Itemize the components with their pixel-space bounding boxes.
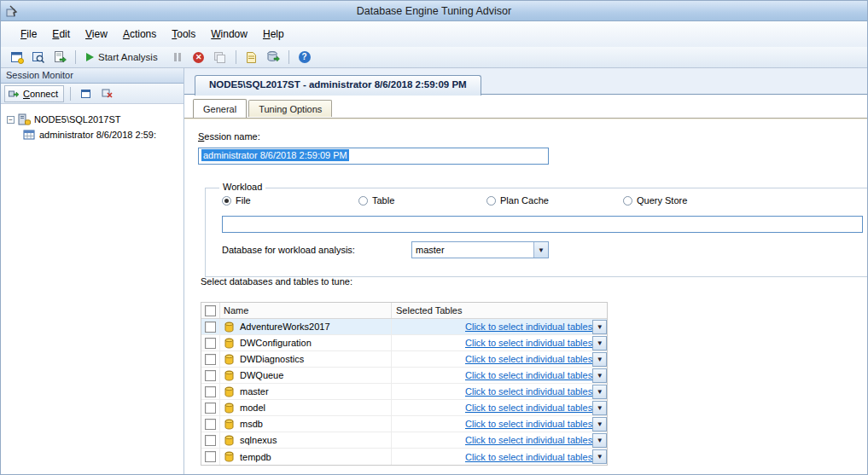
table-row[interactable]: master Click to select individual tables… (201, 384, 607, 400)
select-tables-link[interactable]: Click to select individual tables (465, 403, 592, 413)
database-icon (224, 451, 235, 462)
column-header-selected-tables[interactable]: Selected Tables (392, 303, 607, 318)
chevron-down-icon[interactable]: ▼ (533, 242, 548, 258)
select-tables-link[interactable]: Click to select individual tables (465, 338, 592, 348)
workload-database-value: master (412, 245, 533, 255)
radio-file-icon (222, 196, 231, 206)
tree-node-session[interactable]: administrator 8/6/2018 2:59: (1, 127, 184, 142)
toolbar-separator (70, 87, 71, 101)
tab-strip: General Tuning Options (193, 100, 334, 118)
table-header-row: Name Selected Tables (201, 303, 607, 319)
import-options-icon (245, 51, 258, 64)
menu-file[interactable]: File (13, 26, 44, 43)
select-tables-link[interactable]: Click to select individual tables (465, 370, 592, 380)
table-row[interactable]: DWConfiguration Click to select individu… (201, 335, 607, 351)
database-name: master (240, 386, 269, 397)
row-checkbox[interactable] (205, 419, 216, 430)
open-session-button[interactable] (29, 49, 48, 66)
tables-dropdown-button[interactable]: ▼ (592, 368, 607, 383)
select-tables-link[interactable]: Click to select individual tables (465, 354, 592, 364)
table-row[interactable]: tempdb Click to select individual tables… (201, 449, 607, 465)
row-checkbox[interactable] (205, 435, 216, 446)
table-row[interactable]: model Click to select individual tables▼ (201, 400, 607, 416)
menu-help[interactable]: Help (255, 26, 292, 43)
tables-dropdown-button[interactable]: ▼ (592, 449, 607, 464)
tables-dropdown-button[interactable]: ▼ (592, 336, 607, 350)
delete-session-button[interactable] (98, 85, 117, 102)
menu-view[interactable]: View (78, 26, 115, 43)
table-row[interactable]: AdventureWorks2017 Click to select indiv… (201, 319, 607, 335)
table-row[interactable]: DWQueue Click to select individual table… (201, 368, 607, 384)
select-tables-link[interactable]: Click to select individual tables (465, 321, 592, 332)
row-checkbox[interactable] (205, 403, 216, 414)
pause-icon (172, 52, 183, 62)
database-name: DWQueue (240, 370, 283, 380)
tree-node-server[interactable]: − NODE5\SQL2017ST (1, 112, 184, 127)
export-session-button[interactable] (50, 49, 69, 66)
row-checkbox[interactable] (205, 451, 216, 462)
table-row[interactable]: DWDiagnostics Click to select individual… (201, 351, 607, 368)
menu-tools[interactable]: Tools (164, 26, 203, 43)
tab-general[interactable]: General (193, 99, 247, 118)
open-session-icon (32, 50, 45, 64)
radio-table-icon (358, 196, 368, 206)
menu-window[interactable]: Window (203, 26, 255, 43)
session-name-label: Session name: (198, 131, 260, 142)
database-icon (224, 435, 235, 446)
main-toolbar: Start Analysis ✕ ? (1, 47, 867, 68)
tables-dropdown-button[interactable]: ▼ (592, 417, 607, 432)
document-tab[interactable]: NODE5\SQL2017ST - administrator 8/6/2018… (195, 75, 481, 96)
server-icon (18, 113, 31, 125)
row-checkbox[interactable] (205, 354, 216, 365)
radio-file[interactable]: File (222, 195, 251, 206)
table-row[interactable]: msdb Click to select individual tables▼ (201, 416, 607, 432)
radio-table[interactable]: Table (358, 195, 394, 206)
session-tree: − NODE5\SQL2017ST administrator 8/6/2018… (1, 104, 184, 142)
row-checkbox[interactable] (205, 338, 216, 349)
connect-label: Connect (23, 89, 58, 99)
radio-query-store[interactable]: Query Store (623, 195, 687, 206)
general-tab-panel: Session name: administrator 8/6/2018 2:5… (184, 118, 867, 474)
menu-actions[interactable]: Actions (115, 26, 164, 43)
select-tables-link[interactable]: Click to select individual tables (465, 452, 592, 462)
stop-analysis-icon: ✕ (193, 52, 204, 63)
connect-button[interactable]: Connect (4, 85, 64, 102)
tree-expander-icon[interactable]: − (7, 116, 15, 124)
apply-recommendations-button[interactable] (264, 49, 283, 66)
table-row[interactable]: sqlnexus Click to select individual tabl… (201, 432, 607, 449)
toolbar-separator (75, 50, 76, 64)
column-header-name[interactable]: Name (220, 303, 392, 318)
new-monitor-session-button[interactable] (77, 85, 96, 102)
workload-database-combobox[interactable]: master ▼ (411, 241, 549, 258)
start-analysis-button[interactable]: Start Analysis (82, 49, 166, 66)
row-checkbox[interactable] (205, 386, 216, 397)
stop-analysis-button[interactable]: ✕ (189, 49, 208, 66)
tables-dropdown-button[interactable]: ▼ (592, 352, 607, 367)
tables-dropdown-button[interactable]: ▼ (592, 433, 607, 448)
tables-dropdown-button[interactable]: ▼ (592, 385, 607, 399)
session-monitor-panel: Session Monitor Connect − NODE5\SQL2017S… (1, 68, 184, 474)
new-session-button[interactable] (8, 49, 26, 66)
row-checkbox[interactable] (205, 321, 216, 333)
help-button[interactable]: ? (295, 49, 314, 66)
pause-analysis-button[interactable] (168, 49, 187, 66)
database-icon (224, 338, 235, 349)
menu-edit[interactable]: Edit (44, 26, 78, 43)
session-monitor-toolbar: Connect (1, 84, 184, 104)
database-name: AdventureWorks2017 (240, 321, 330, 332)
tables-dropdown-button[interactable]: ▼ (592, 401, 607, 415)
select-tables-link[interactable]: Click to select individual tables (465, 386, 592, 397)
radio-plan-cache[interactable]: Plan Cache (486, 195, 549, 206)
session-name-input[interactable]: administrator 8/6/2018 2:59:09 PM (198, 148, 549, 165)
workload-file-input[interactable] (222, 216, 863, 233)
start-analysis-label: Start Analysis (98, 52, 158, 62)
select-tables-link[interactable]: Click to select individual tables (465, 419, 592, 429)
import-options-button[interactable] (242, 49, 261, 66)
database-icon (224, 419, 235, 430)
select-all-checkbox[interactable] (205, 305, 216, 316)
tab-tuning-options[interactable]: Tuning Options (248, 100, 332, 117)
select-tables-link[interactable]: Click to select individual tables (465, 435, 592, 445)
tables-dropdown-button[interactable]: ▼ (592, 320, 607, 334)
clone-session-button[interactable] (211, 49, 230, 66)
row-checkbox[interactable] (205, 370, 216, 381)
